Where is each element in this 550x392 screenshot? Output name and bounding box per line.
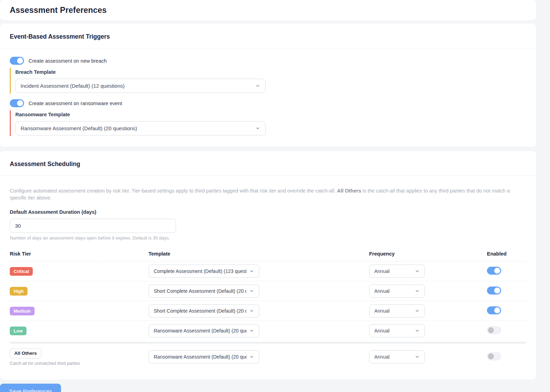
- page-title: Assessment Preferences: [10, 6, 526, 15]
- toggle-knob: [494, 307, 500, 313]
- frequency-select[interactable]: Annual: [369, 324, 425, 337]
- template-value: Short Complete Assessment (Default) (20 …: [154, 308, 246, 314]
- duration-label: Default Assessment Duration (days): [10, 209, 526, 215]
- ransomware-template-select[interactable]: Ransomware Assessment (Default) (20 ques…: [15, 121, 266, 135]
- row-enabled-toggle[interactable]: [487, 326, 501, 334]
- event-triggers-title: Event-Based Assessment Triggers: [10, 33, 526, 40]
- row-enabled-toggle[interactable]: [487, 306, 501, 314]
- frequency-select[interactable]: Annual: [369, 304, 425, 317]
- breach-template-value: Incident Assessment (Default) (12 questi…: [21, 83, 252, 89]
- frequency-select[interactable]: Annual: [369, 284, 425, 298]
- ransomware-trigger-toggle[interactable]: [10, 99, 24, 107]
- frequency-select[interactable]: Annual: [369, 350, 425, 363]
- toggle-knob: [494, 268, 500, 274]
- template-select[interactable]: Short Complete Assessment (Default) (20 …: [148, 304, 259, 317]
- template-select[interactable]: Ransomware Assessment (Default) (20 ques…: [148, 350, 259, 363]
- table-row: Critical Complete Assessment (Default) (…: [10, 261, 526, 281]
- breach-toggle-row: Create assessment on new breach: [10, 57, 526, 65]
- template-select[interactable]: Short Complete Assessment (Default) (20 …: [148, 284, 259, 298]
- risk-tier-badge: All Others: [10, 348, 41, 359]
- risk-tier-cell: Medium: [10, 307, 148, 315]
- frequency-cell: Annual: [369, 284, 487, 298]
- breach-template-select[interactable]: Incident Assessment (Default) (12 questi…: [15, 79, 266, 93]
- ransomware-toggle-label: Create assessment on ransomware event: [29, 101, 122, 106]
- chevron-down-icon: [415, 308, 420, 313]
- template-value: Complete Assessment (Default) (123 quest…: [154, 268, 246, 274]
- column-header-enabled: Enabled: [487, 251, 526, 257]
- frequency-value: Annual: [374, 268, 412, 274]
- template-select[interactable]: Complete Assessment (Default) (123 quest…: [148, 265, 259, 278]
- breach-toggle-label: Create assessment on new breach: [29, 58, 107, 64]
- template-value: Ransomware Assessment (Default) (20 ques…: [154, 328, 246, 334]
- save-preferences-button[interactable]: Save Preferences: [0, 384, 61, 392]
- template-value: Short Complete Assessment (Default) (20 …: [154, 288, 246, 294]
- risk-tier-note: Catch-all for unmatched third parties: [10, 361, 80, 366]
- enabled-cell: [487, 267, 526, 276]
- duration-input[interactable]: [10, 219, 176, 233]
- ransomware-toggle-row: Create assessment on ransomware event: [10, 99, 526, 107]
- description-bold-all-others: All Others: [337, 188, 361, 194]
- frequency-cell: Annual: [369, 324, 487, 337]
- table-row: Medium Short Complete Assessment (Defaul…: [10, 301, 526, 321]
- chevron-down-icon: [415, 269, 420, 274]
- row-enabled-toggle[interactable]: [487, 352, 501, 360]
- spacer: [0, 147, 536, 151]
- enabled-cell: [487, 287, 526, 296]
- chevron-down-icon: [255, 126, 260, 131]
- scheduling-description: Configure automated assessment creation …: [10, 187, 520, 201]
- chevron-down-icon: [415, 354, 420, 359]
- toggle-knob: [488, 327, 494, 333]
- assessment-preferences-page: Assessment Preferences Event-Based Asses…: [0, 0, 536, 392]
- frequency-value: Annual: [374, 288, 412, 294]
- chevron-down-icon: [249, 354, 254, 359]
- row-enabled-toggle[interactable]: [487, 267, 501, 275]
- chevron-down-icon: [249, 289, 254, 293]
- risk-tier-badge: Low: [10, 327, 26, 335]
- enabled-cell: [487, 352, 526, 362]
- assessment-scheduling-card: Assessment Scheduling Configure automate…: [0, 151, 536, 379]
- frequency-value: Annual: [374, 308, 412, 314]
- enabled-cell: [487, 326, 526, 336]
- risk-tier-cell: High: [10, 287, 148, 296]
- breach-trigger-toggle[interactable]: [10, 57, 24, 65]
- template-select[interactable]: Ransomware Assessment (Default) (20 ques…: [148, 324, 259, 337]
- template-cell: Short Complete Assessment (Default) (20 …: [148, 304, 369, 317]
- template-cell: Short Complete Assessment (Default) (20 …: [148, 284, 369, 298]
- event-triggers-card: Event-Based Assessment Triggers Create a…: [0, 24, 536, 147]
- risk-tier-cell: Low: [10, 327, 148, 335]
- template-cell: Complete Assessment (Default) (123 quest…: [148, 265, 369, 278]
- row-enabled-toggle[interactable]: [487, 287, 501, 295]
- spacer: [0, 20, 536, 24]
- frequency-cell: Annual: [369, 304, 487, 317]
- chevron-down-icon: [255, 83, 260, 88]
- table-row: All Others Catch-all for unmatched third…: [10, 345, 526, 369]
- column-header-template: Template: [148, 251, 369, 257]
- frequency-cell: Annual: [369, 265, 487, 278]
- ransomware-template-block: Ransomware Template Ransomware Assessmen…: [10, 110, 526, 136]
- frequency-cell: Annual: [369, 350, 487, 363]
- event-triggers-header: Event-Based Assessment Triggers: [0, 24, 536, 48]
- frequency-select[interactable]: Annual: [369, 265, 425, 278]
- scheduling-header: Assessment Scheduling: [0, 151, 536, 176]
- risk-tier-badge: Medium: [10, 307, 35, 315]
- table-row: Low Ransomware Assessment (Default) (20 …: [10, 321, 526, 340]
- ransomware-template-value: Ransomware Assessment (Default) (20 ques…: [21, 125, 252, 131]
- breach-template-label: Breach Template: [15, 69, 526, 75]
- breach-template-block: Breach Template Incident Assessment (Def…: [10, 68, 526, 94]
- table-rows: Critical Complete Assessment (Default) (…: [10, 261, 526, 369]
- column-header-risk-tier: Risk Tier: [10, 251, 148, 257]
- scheduling-title: Assessment Scheduling: [10, 160, 526, 168]
- toggle-knob: [17, 100, 23, 106]
- risk-tier-table: Risk Tier Template Frequency Enabled Cri…: [10, 250, 526, 369]
- chevron-down-icon: [249, 328, 254, 333]
- chevron-down-icon: [249, 308, 254, 313]
- scheduling-body: Configure automated assessment creation …: [0, 176, 536, 379]
- risk-tier-cell: Critical: [10, 267, 148, 276]
- risk-tier-badge: High: [10, 287, 28, 296]
- section-divider: [10, 342, 526, 344]
- toggle-knob: [17, 58, 23, 64]
- description-text: Configure automated assessment creation …: [10, 188, 337, 194]
- page-header-card: Assessment Preferences: [0, 0, 536, 20]
- event-triggers-body: Create assessment on new breach Breach T…: [0, 48, 536, 147]
- risk-tier-badge: Critical: [10, 267, 33, 276]
